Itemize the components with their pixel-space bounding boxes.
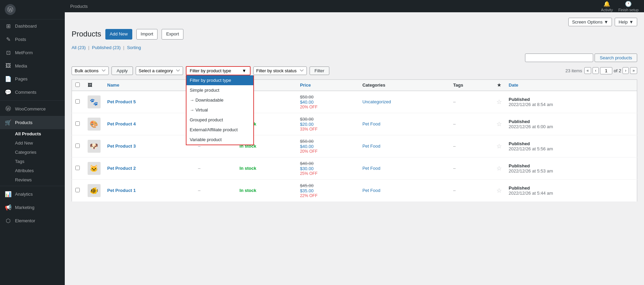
product-star-2[interactable]: ☆ [496,143,502,150]
current-page-input[interactable] [600,67,612,74]
sidebar-item-products[interactable]: 🛒 Products [0,116,65,129]
product-name-link-1[interactable]: Pet Product 4 [107,121,136,126]
export-button[interactable]: Export [162,29,183,40]
product-star-1[interactable]: ☆ [496,121,502,127]
page-header: Products Add New Import Export [72,29,637,40]
last-page-button[interactable]: » [630,67,637,74]
product-name-link-2[interactable]: Pet Product 3 [107,144,136,149]
import-button[interactable]: Import [136,29,158,40]
select-all-checkbox[interactable] [75,82,80,87]
tab-sorting[interactable]: Sorting [127,45,141,50]
help-chevron-icon: ▼ [629,19,633,25]
category-select[interactable]: Select a category [136,66,183,75]
tab-published[interactable]: Published (23) [92,45,121,50]
product-star-3[interactable]: ☆ [496,165,502,172]
sidebar-sub-attributes[interactable]: Attributes [15,166,65,175]
sidebar-logo: Ⓦ [0,0,65,19]
sidebar-section-1 [0,100,65,101]
sidebar-item-woocommerce[interactable]: Ⓦ WooCommerce [0,102,65,116]
dropdown-option-variable[interactable]: Variable product [186,135,253,145]
product-category-2[interactable]: Pet Food [362,144,380,149]
product-type-trigger[interactable]: Filter by product type ▼ [186,66,251,75]
screen-options-button[interactable]: Screen Options ▼ [568,18,612,26]
apply-button[interactable]: Apply [111,66,133,75]
product-category-1[interactable]: Pet Food [362,121,380,126]
sidebar-item-pages[interactable]: 📄 Pages [0,72,65,86]
dropdown-option-external[interactable]: External/Affiliate product [186,125,253,135]
sidebar-sub-products: All Products Add New Categories Tags Att… [0,129,65,184]
row-checkbox-3[interactable] [75,166,80,170]
product-type-menu: Filter by product type Simple product → … [186,75,254,145]
product-category-4[interactable]: Pet Food [362,188,380,193]
sidebar-sub-categories[interactable]: Categories [15,148,65,157]
page-title: Products [72,30,101,39]
activity-icon: 🔔 [603,1,610,7]
stock-status-select[interactable]: Filter by stock status [253,66,307,75]
main-area: Products 🔔 Activity 🕐 Finish setup Scree… [65,0,644,285]
row-checkbox-1[interactable] [75,121,80,126]
col-header-date[interactable]: Date [505,79,637,91]
col-header-thumb: 🖼 [84,79,104,91]
sidebar-sub-reviews[interactable]: Reviews [15,175,65,184]
sidebar-sub-add-new[interactable]: Add New [15,138,65,148]
add-new-button[interactable]: Add New [105,29,132,40]
posts-icon: ✎ [5,36,12,43]
dropdown-option-grouped[interactable]: Grouped product [186,115,253,125]
product-name-link-0[interactable]: Pet Product 5 [107,99,136,104]
row-checkbox-0[interactable] [75,99,80,104]
sidebar-item-dashboard[interactable]: ⊞ Dashboard [0,19,65,33]
prev-page-button[interactable]: ‹ [593,67,599,74]
sidebar-item-posts[interactable]: ✎ Posts [0,33,65,46]
products-icon: 🛒 [5,119,12,126]
product-thumb-2: 🐶 [88,140,101,153]
table-row: 🐠 Pet Product 1 – In stock $45.00 $35.00… [72,179,637,201]
sidebar-item-label: Elementor [15,218,35,223]
product-star-0[interactable]: ☆ [496,99,502,105]
sidebar-item-metform[interactable]: ⊡ MetForm [0,46,65,59]
filter-tabs: All (23) | Published (23) | Sorting [72,45,637,50]
product-star-4[interactable]: ☆ [496,187,502,194]
product-thumb-1: 🎨 [88,118,101,131]
product-category-3[interactable]: Pet Food [362,166,380,171]
dropdown-option-downloadable[interactable]: → Downloadable [186,95,253,105]
sidebar-item-marketing[interactable]: 📢 Marketing [0,201,65,214]
sidebar-item-media[interactable]: 🖼 Media [0,59,65,72]
product-category-0[interactable]: Uncategorized [362,99,391,104]
sidebar-sub-tags[interactable]: Tags [15,157,65,166]
col-header-name[interactable]: Name [104,79,195,91]
table-row: 🎨 Pet Product 4 In stock $30.00 $20.00 3… [72,113,637,135]
col-header-star: ★ [493,79,505,91]
product-name-link-4[interactable]: Pet Product 1 [107,188,136,193]
bulk-actions-select[interactable]: Bulk actions [72,66,109,75]
first-page-button[interactable]: « [584,67,591,74]
tab-all[interactable]: All (23) [72,45,86,50]
product-name-link-3[interactable]: Pet Product 2 [107,166,136,171]
activity-button[interactable]: 🔔 Activity [601,1,613,12]
row-checkbox-4[interactable] [75,188,80,192]
search-products-button[interactable]: Search products [595,54,637,62]
search-input[interactable] [525,54,593,62]
dropdown-option-filter-by-type[interactable]: Filter by product type [186,75,253,85]
finish-setup-button[interactable]: 🕐 Finish setup [618,1,639,12]
product-type-dropdown[interactable]: Filter by product type ▼ Filter by produ… [186,66,251,75]
sidebar-item-comments[interactable]: 💬 Comments [0,86,65,99]
sidebar-item-analytics[interactable]: 📊 Analytics [0,188,65,201]
topbar: Products 🔔 Activity 🕐 Finish setup [65,0,644,12]
activity-label: Activity [601,8,613,12]
screen-options-label: Screen Options [572,19,603,25]
dropdown-option-virtual[interactable]: → Virtual [186,105,253,115]
next-page-button[interactable]: › [623,67,629,74]
sidebar-item-elementor[interactable]: ⬡ Elementor [0,214,65,227]
sidebar-sub-all-products[interactable]: All Products [15,129,65,138]
filter-button[interactable]: Filter [310,66,330,75]
finish-setup-icon: 🕐 [625,1,632,7]
row-checkbox-2[interactable] [75,144,80,148]
sidebar-item-label: Media [15,63,27,69]
dropdown-option-simple[interactable]: Simple product [186,85,253,95]
screen-options-bar: Screen Options ▼ Help ▼ [72,18,637,26]
help-label: Help [618,19,628,25]
col-header-price[interactable]: Price [297,79,359,91]
finish-setup-label: Finish setup [618,8,639,12]
metform-icon: ⊡ [5,49,12,56]
help-button[interactable]: Help ▼ [615,18,637,26]
